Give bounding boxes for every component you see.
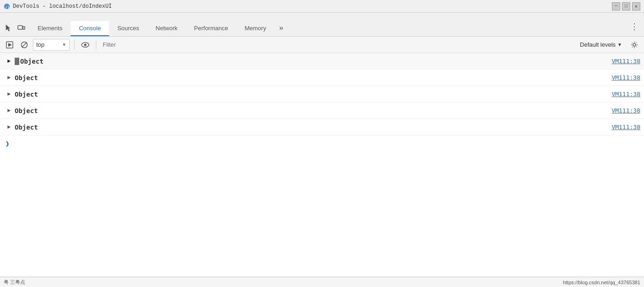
table-row[interactable]: ► Object VM111:38 — [0, 86, 644, 103]
gear-icon — [630, 41, 638, 49]
console-toolbar: top ▼ Default levels ▼ — [0, 37, 644, 53]
console-source-link[interactable]: VM111:38 — [611, 124, 640, 130]
title-bar-left: {} DevTools - localhost/doIndexUI — [4, 3, 112, 10]
console-object-value: Object — [15, 107, 611, 114]
expand-arrow-icon[interactable]: ► — [7, 75, 12, 81]
svg-rect-3 — [23, 27, 25, 29]
tab-elements[interactable]: Elements — [29, 21, 71, 36]
tab-memory[interactable]: Memory — [237, 21, 275, 36]
filter-input[interactable] — [101, 41, 573, 48]
maximize-button[interactable]: □ — [622, 2, 630, 11]
table-row[interactable]: ► Object VM111:38 — [0, 53, 644, 70]
title-bar-controls: ─ □ ✕ — [612, 2, 640, 11]
tab-network[interactable]: Network — [148, 21, 186, 36]
close-button[interactable]: ✕ — [632, 2, 640, 11]
svg-text:{}: {} — [6, 5, 10, 9]
tab-bar: Elements Console Sources Network Perform… — [0, 13, 644, 37]
devtools-menu-button[interactable]: ⋮ — [628, 20, 640, 33]
console-object-value: Object — [15, 74, 611, 81]
minimize-button[interactable]: ─ — [612, 2, 620, 11]
expand-arrow-icon[interactable]: ► — [7, 58, 12, 65]
tab-performance[interactable]: Performance — [186, 21, 236, 36]
svg-marker-5 — [8, 43, 12, 47]
console-object-value: Object — [15, 124, 611, 131]
context-value: top — [36, 41, 60, 48]
cursor-icon[interactable] — [4, 23, 13, 32]
table-row[interactable]: ► Object VM111:38 — [0, 70, 644, 86]
default-levels-button[interactable]: Default levels ▼ — [576, 40, 626, 49]
context-selector[interactable]: top ▼ — [33, 39, 70, 51]
svg-point-9 — [84, 43, 87, 46]
levels-arrow-icon: ▼ — [617, 42, 622, 47]
console-input-row[interactable]: ❱ — [0, 135, 644, 152]
console-source-link[interactable]: VM111:38 — [611, 58, 640, 65]
console-source-link[interactable]: VM111:38 — [611, 91, 640, 97]
svg-point-10 — [633, 43, 636, 46]
table-row[interactable]: ► Object VM111:38 — [0, 103, 644, 119]
table-row[interactable]: ► Object VM111:38 — [0, 119, 644, 135]
toolbar-separator-1 — [74, 40, 75, 49]
chevron-down-icon: ▼ — [62, 42, 66, 47]
play-icon — [6, 41, 13, 49]
console-object-value: Object — [15, 91, 611, 98]
clear-button[interactable] — [18, 39, 30, 51]
svg-line-7 — [22, 42, 27, 47]
svg-rect-2 — [18, 26, 22, 29]
execute-button[interactable] — [4, 39, 16, 51]
console-prompt-icon: ❱ — [6, 140, 9, 147]
eye-icon — [81, 41, 89, 49]
default-levels-label: Default levels — [580, 41, 616, 48]
console-object-value: Object — [20, 58, 611, 65]
window-title: DevTools - localhost/doIndexUI — [13, 3, 112, 10]
cursor-indicator — [15, 58, 19, 65]
tab-sources[interactable]: Sources — [109, 21, 148, 36]
device-toggle-icon[interactable] — [17, 23, 26, 32]
console-source-link[interactable]: VM111:38 — [611, 74, 640, 81]
more-tabs-button[interactable]: » — [275, 21, 288, 36]
status-right: https://blog.csdn.net/qq_43765381 — [563, 280, 640, 285]
status-left: 粤 三粤点 — [4, 279, 25, 286]
tab-console[interactable]: Console — [71, 21, 109, 36]
title-bar: {} DevTools - localhost/doIndexUI ─ □ ✕ — [0, 0, 644, 13]
devtools-icon: {} — [4, 3, 10, 10]
status-bar: 粤 三粤点 https://blog.csdn.net/qq_43765381 — [0, 277, 644, 287]
expand-arrow-icon[interactable]: ► — [7, 124, 12, 130]
console-content: ► Object VM111:38 ► Object VM111:38 ► Ob… — [0, 53, 644, 277]
console-source-link[interactable]: VM111:38 — [611, 107, 640, 114]
tab-bar-icons — [2, 23, 29, 36]
tab-bar-right: ⋮ — [288, 20, 644, 36]
settings-button[interactable] — [628, 39, 640, 51]
expand-arrow-icon[interactable]: ► — [7, 91, 12, 97]
eye-button[interactable] — [79, 39, 91, 51]
block-icon — [21, 41, 28, 49]
toolbar-separator-2 — [96, 40, 96, 49]
expand-arrow-icon[interactable]: ► — [7, 108, 12, 114]
